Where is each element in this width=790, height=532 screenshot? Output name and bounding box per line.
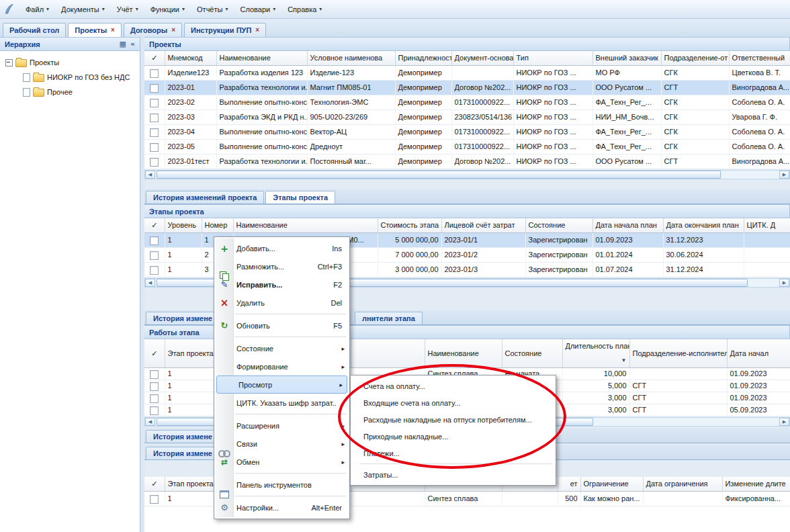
- tab-stage-history[interactable]: История измене: [146, 312, 220, 324]
- scrollbar-thumb[interactable]: [157, 171, 721, 179]
- column-header[interactable]: Наименование: [216, 51, 307, 66]
- menu-item[interactable]: Настройки...Alt+Enter: [215, 498, 349, 517]
- tree-item-projects[interactable]: Проекты: [0, 55, 140, 70]
- menubar-item-accounting[interactable]: Учёт▾: [111, 3, 144, 16]
- row-checkbox[interactable]: [150, 406, 159, 415]
- scroll-right-icon[interactable]: ▶: [779, 279, 789, 287]
- column-header[interactable]: Подразделение-от: [661, 51, 729, 66]
- column-header[interactable]: Дата начал: [727, 339, 790, 368]
- row-checkbox[interactable]: [150, 370, 159, 379]
- table-row[interactable]: 2023-04Выполнение опытно-конс...Вектор-А…: [144, 125, 790, 140]
- table-row[interactable]: Изделие123Разработка изделия 123Изделие-…: [144, 66, 790, 81]
- column-header[interactable]: Наименование: [425, 339, 502, 368]
- row-checkbox[interactable]: [150, 236, 159, 245]
- menu-item[interactable]: Просмотр▸: [216, 375, 347, 394]
- table-row[interactable]: 2023-03Разработка ЭКД и РКД н...905-U020…: [144, 110, 790, 125]
- column-header[interactable]: Мнемокод: [165, 51, 216, 66]
- menu-item[interactable]: Платежи...: [351, 445, 555, 461]
- row-checkbox[interactable]: [150, 158, 159, 167]
- menubar-item-dictionaries[interactable]: Словари▾: [234, 3, 281, 16]
- column-header[interactable]: Изменение длите: [722, 477, 790, 492]
- menu-item[interactable]: Размножить...Ctrl+F3: [215, 257, 349, 275]
- column-header[interactable]: Внешний заказчик: [592, 51, 661, 66]
- tab-project-stages[interactable]: Этапы проекта: [265, 191, 335, 204]
- menu-item[interactable]: ЦИТК. Указать шифр затрат..: [215, 394, 349, 412]
- table-row[interactable]: 2023-01Разработка технологии и...Магнит …: [144, 81, 790, 95]
- column-header[interactable]: Лицевой счёт затрат: [441, 218, 525, 233]
- scroll-left-icon[interactable]: ◀: [145, 171, 155, 179]
- menubar-item-help[interactable]: Справка▾: [281, 3, 328, 16]
- menu-item[interactable]: Панель инструментов: [215, 476, 349, 494]
- row-checkbox[interactable]: [150, 114, 159, 122]
- column-header[interactable]: Длительность план▼: [562, 339, 629, 368]
- menu-item[interactable]: Формирование▸: [215, 357, 349, 375]
- tab-project-history[interactable]: История изменений проекта: [146, 191, 264, 204]
- menu-item[interactable]: Затраты...: [351, 466, 555, 483]
- tab-desktop[interactable]: Рабочий стол: [3, 23, 66, 37]
- menu-item[interactable]: Обмен▸: [215, 453, 349, 471]
- menu-item[interactable]: Исправить...F2: [215, 275, 349, 294]
- column-header[interactable]: Стоимость этапа: [378, 218, 441, 233]
- column-header[interactable]: Условное наименова: [307, 51, 395, 66]
- tab-close-icon[interactable]: ×: [111, 27, 115, 34]
- menu-item[interactable]: Входящие счета на оплату...: [351, 394, 555, 411]
- tab-close-icon[interactable]: ×: [171, 27, 175, 34]
- tab-close-icon[interactable]: ×: [255, 27, 259, 34]
- column-header[interactable]: ✓: [144, 477, 165, 492]
- menubar-item-file[interactable]: Файл▾: [19, 3, 55, 16]
- row-checkbox[interactable]: [150, 143, 159, 152]
- collapse-expander-icon[interactable]: [5, 59, 13, 66]
- row-checkbox[interactable]: [150, 495, 159, 504]
- panel-grid-icon[interactable]: ▦: [119, 40, 126, 48]
- row-checkbox[interactable]: [150, 266, 159, 275]
- column-header[interactable]: Принадлежность: [395, 51, 451, 66]
- menu-item[interactable]: Расходные накладные на отпуск потребител…: [351, 411, 555, 428]
- collapse-panel-icon[interactable]: «: [130, 40, 135, 48]
- row-checkbox[interactable]: [150, 69, 159, 78]
- scroll-right-icon[interactable]: ▶: [779, 171, 789, 179]
- projects-grid[interactable]: ✓МнемокодНаименованиеУсловное наименоваП…: [144, 51, 790, 169]
- scroll-left-icon[interactable]: ◀: [145, 279, 155, 287]
- menubar-item-documents[interactable]: Документы▾: [55, 3, 111, 16]
- menu-item[interactable]: Добавить...Ins: [215, 239, 349, 257]
- row-checkbox[interactable]: [150, 84, 159, 93]
- scroll-right-icon[interactable]: ▶: [779, 418, 789, 426]
- column-header[interactable]: Ответственный: [729, 51, 790, 66]
- column-header[interactable]: Наименование: [233, 218, 378, 233]
- menubar-item-reports[interactable]: Отчёты▾: [191, 3, 234, 16]
- table-row[interactable]: 2023-01тестРазработка технологии и...Пос…: [144, 154, 790, 169]
- column-header[interactable]: ✓: [144, 51, 165, 66]
- row-checkbox[interactable]: [150, 99, 159, 107]
- column-header[interactable]: Дата окончания план: [663, 218, 744, 233]
- menu-item[interactable]: Расширения▸: [215, 416, 349, 435]
- column-header[interactable]: Дата начала план: [592, 218, 663, 233]
- tab-projects[interactable]: Проекты×: [68, 23, 122, 37]
- column-header[interactable]: Номер: [202, 218, 233, 233]
- tab-contracts[interactable]: Договоры×: [124, 23, 182, 37]
- projects-hscrollbar[interactable]: ◀ ▶: [144, 170, 790, 179]
- menu-item[interactable]: Счета на оплату...: [351, 378, 555, 394]
- menubar-item-functions[interactable]: Функции▾: [144, 3, 191, 16]
- table-row[interactable]: 2023-02Выполнение опытно-конс...Технолог…: [144, 95, 790, 110]
- scroll-left-icon[interactable]: ◀: [145, 418, 155, 426]
- tree-item-niokr[interactable]: НИОКР по ГОЗ без НДС: [0, 70, 140, 85]
- column-header[interactable]: Состояние: [525, 218, 592, 233]
- column-header[interactable]: Ограничение: [580, 477, 643, 492]
- tab-work-history[interactable]: История измене: [146, 430, 220, 443]
- tree-item-other[interactable]: Прочее: [0, 85, 140, 99]
- table-row[interactable]: 2023-05Выполнение опытно-конс...Дредноут…: [144, 140, 790, 154]
- tab-work-history-inner[interactable]: История измене: [146, 447, 220, 459]
- column-header[interactable]: Тип: [513, 51, 592, 66]
- tab-instructions[interactable]: Инструкции ПУП×: [184, 23, 266, 37]
- column-header[interactable]: ЦИТК. Д: [744, 218, 790, 233]
- column-header[interactable]: ✓: [144, 218, 165, 233]
- menu-item[interactable]: Приходные накладные...: [351, 428, 555, 445]
- splitter-horizontal[interactable]: [144, 179, 790, 189]
- menu-item[interactable]: ОбновитьF5: [215, 316, 349, 335]
- menu-item[interactable]: Состояние▸: [215, 339, 349, 357]
- row-checkbox[interactable]: [150, 382, 159, 391]
- column-header[interactable]: Дата ограничения: [643, 477, 722, 492]
- column-header[interactable]: ет: [558, 477, 580, 492]
- column-header[interactable]: [351, 339, 425, 368]
- column-header[interactable]: Документ-основан: [451, 51, 513, 66]
